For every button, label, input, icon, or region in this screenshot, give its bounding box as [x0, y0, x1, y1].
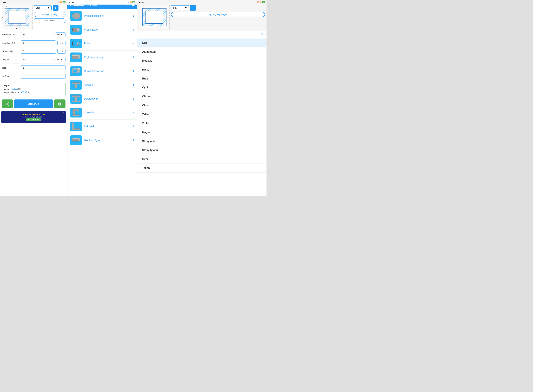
- add-button[interactable]: +: [53, 5, 59, 11]
- shape-arrow-angle[interactable]: ⇕: [132, 125, 134, 128]
- material-item[interactable]: Żeliwo: [137, 110, 267, 119]
- ad-banner: ▶ ✕ DOWNLOAD NOW FAST · SIMPLE · SECURE …: [0, 110, 67, 124]
- material-list: StalAluminiumMosiądzMiedźBrązCynkChromOł…: [137, 38, 267, 196]
- material-item[interactable]: Złoto: [137, 119, 267, 128]
- svg-rect-33: [72, 83, 80, 84]
- p3-mode-button[interactable]: by Length by Weight: [171, 12, 265, 17]
- p3-controls: Stal ▼ + by Length by Weight: [171, 5, 265, 17]
- p1-controls: Stal ▼ + by Length by Weight 7.85 gr/cm³: [34, 5, 65, 23]
- unit-height[interactable]: cm▼: [56, 32, 65, 37]
- input-width[interactable]: [21, 41, 56, 45]
- svg-rect-36: [74, 97, 77, 101]
- input-length[interactable]: [21, 57, 54, 62]
- field-row-3: Długość : cm▼: [2, 56, 65, 64]
- svg-rect-38: [73, 109, 79, 111]
- shape-thumb-plate: [70, 135, 82, 145]
- svg-rect-40: [73, 115, 79, 116]
- material-item[interactable]: Teflon: [137, 164, 267, 173]
- material-item[interactable]: Cynk: [137, 83, 267, 92]
- list-item[interactable]: Pręt okrągły ⇕: [67, 23, 137, 37]
- shape-thumb-cbeam: [70, 108, 82, 117]
- list-item[interactable]: Ceownik ⇕: [67, 106, 137, 120]
- shape-name-squarebar: Pręt kwadratowy: [84, 56, 130, 59]
- list-item[interactable]: Kątownik ⇕: [67, 120, 137, 133]
- shape-arrow-tbeam[interactable]: ⇕: [132, 83, 134, 87]
- p3-material-select[interactable]: Stal ▼: [171, 5, 189, 10]
- material-item[interactable]: Stopy niklu: [137, 137, 267, 146]
- calculate-button[interactable]: OBLICZ: [14, 99, 53, 108]
- svg-rect-34: [74, 84, 77, 88]
- battery-3: 76: [262, 1, 265, 3]
- status-icons-1: ⏰ 📶 76: [58, 1, 65, 3]
- shape-arrow-squarebar[interactable]: ⇕: [132, 56, 134, 59]
- material-select[interactable]: Stal ▼: [34, 5, 52, 10]
- density-button[interactable]: 7.85 gr/cm³: [34, 18, 65, 23]
- p3-diagram: A: [139, 5, 170, 29]
- list-item[interactable]: Pręt sześciokątny ⇕: [67, 9, 137, 23]
- shape-arrow-pipe[interactable]: ⇕: [132, 42, 134, 45]
- field-row-1: Szerokość (B) : cm: [2, 39, 65, 47]
- input-thickness[interactable]: [21, 49, 56, 54]
- material-item[interactable]: Cyna: [137, 155, 267, 164]
- unit-length[interactable]: cm▼: [56, 57, 65, 62]
- shape-arrow-ibeam[interactable]: ⇕: [132, 97, 134, 101]
- shape-arrow-squarepipe[interactable]: ⇕: [132, 69, 134, 73]
- material-item[interactable]: Magnez: [137, 128, 267, 137]
- svg-point-17: [77, 28, 80, 32]
- svg-rect-39: [73, 111, 74, 115]
- shape-arrow-plate[interactable]: ⇕: [132, 139, 134, 142]
- label-5: kg Cena :: [2, 75, 19, 77]
- svg-rect-28: [73, 70, 77, 72]
- input-height[interactable]: [21, 32, 54, 37]
- svg-point-23: [78, 42, 79, 45]
- unit-width: cm: [57, 41, 65, 45]
- list-item[interactable]: Pręt kwadratowy ⇕: [67, 51, 137, 64]
- material-item[interactable]: Aluminium: [137, 47, 267, 56]
- mode-button[interactable]: by Length by Weight: [34, 12, 65, 17]
- result-line-2: Waga całkowita : 376,80 Kg: [4, 91, 63, 93]
- shape-arrow-hexbar[interactable]: ⇕: [132, 14, 134, 18]
- svg-rect-43: [72, 139, 79, 141]
- shape-diagram: T A B: [2, 5, 32, 29]
- calculator-panel: 15:06 ⏰ 📶 76 T: [0, 0, 67, 196]
- ad-close[interactable]: ▶ ✕: [63, 112, 66, 114]
- material-item[interactable]: Stal: [137, 38, 267, 47]
- shape-arrow-cbeam[interactable]: ⇕: [132, 111, 134, 114]
- list-item[interactable]: Rura kwadratowa ⇕: [67, 64, 137, 78]
- label-4: Ilość :: [2, 67, 19, 69]
- share-button[interactable]: [2, 99, 13, 108]
- shape-thumb-hexbar: [70, 11, 82, 21]
- input-quantity[interactable]: [21, 65, 65, 70]
- close-button[interactable]: ✕: [260, 32, 264, 37]
- field-row-4: Ilość :: [2, 64, 65, 72]
- shape-name-squarepipe: Rura kwadratowa: [84, 70, 130, 73]
- material-item[interactable]: Brąz: [137, 74, 267, 83]
- ad-button[interactable]: START NOW: [26, 118, 42, 121]
- ad-title: DOWNLOAD NOW: [22, 113, 45, 116]
- list-item[interactable]: Rura ⇕: [67, 37, 137, 51]
- result-line-1: Waga : 188,40 Kg: [4, 88, 63, 90]
- svg-rect-37: [72, 101, 80, 102]
- material-item[interactable]: Miedź: [137, 65, 267, 74]
- input-price[interactable]: [21, 74, 65, 79]
- material-item[interactable]: Ołów: [137, 101, 267, 110]
- p3-header: A Stal ▼ + by Length by Weight: [137, 0, 267, 31]
- material-item[interactable]: Mosiądz: [137, 56, 267, 65]
- close-row: ✕: [137, 31, 267, 38]
- ad-subtitle: FAST · SIMPLE · SECURE: [25, 116, 42, 118]
- label-2: Grubość (T) :: [2, 50, 19, 52]
- list-item[interactable]: Teowniki ⇕: [67, 78, 137, 92]
- p1-header: T A B Stal ▼ + by Length by: [0, 0, 67, 31]
- p3-add-button[interactable]: +: [190, 5, 196, 11]
- list-item[interactable]: Blachy / Płyta ⇕: [67, 133, 137, 147]
- form-area: Wysokość (A): cm▼ Szerokość (B) : cm Gru…: [0, 31, 67, 80]
- material-item[interactable]: Chrom: [137, 92, 267, 101]
- material-item[interactable]: Stopy tytanu: [137, 146, 267, 155]
- svg-text:B: B: [16, 27, 17, 29]
- field-row-0: Wysokość (A): cm▼: [2, 31, 65, 39]
- svg-rect-48: [146, 11, 163, 23]
- shape-arrow-roundbar[interactable]: ⇕: [132, 28, 134, 32]
- label-0: Wysokość (A):: [2, 33, 19, 36]
- save-button[interactable]: [54, 99, 65, 108]
- list-item[interactable]: Dwuteownik ⇕: [67, 92, 137, 106]
